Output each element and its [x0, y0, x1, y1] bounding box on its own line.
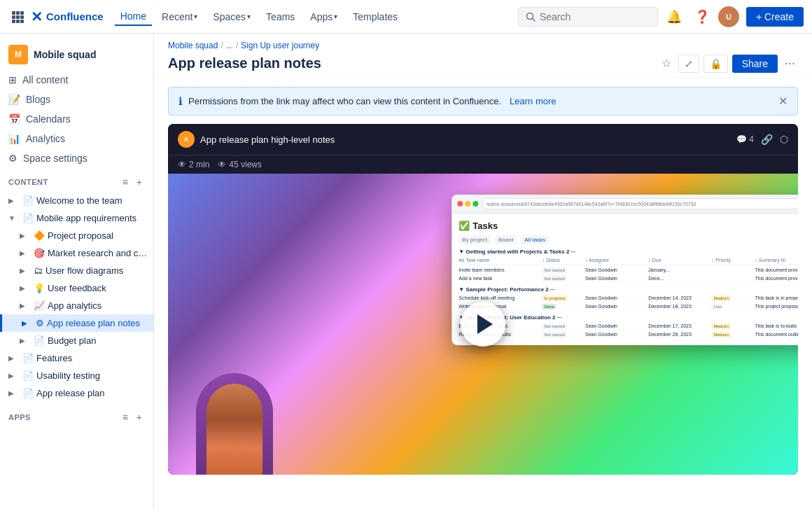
- tree-item-user-flow[interactable]: ▶ 🗂 User flow diagrams: [0, 262, 153, 279]
- user-flow-icon: 🗂: [34, 265, 43, 276]
- more-options-button[interactable]: ···: [782, 53, 798, 74]
- tree-item-project-proposal[interactable]: ▶ 🔶 Project proposal: [0, 227, 153, 244]
- eye-icon: 👁: [178, 160, 186, 169]
- sidebar-space-header[interactable]: M Mobile squad: [0, 39, 153, 70]
- tree-item-welcome[interactable]: ▶ 📄 Welcome to the team: [0, 192, 153, 209]
- analytics-icon: 📊: [8, 133, 20, 144]
- content-section-title: CONTENT: [8, 178, 48, 186]
- apps-filter-button[interactable]: ≡: [120, 410, 131, 424]
- tree-item-mobile-app-req[interactable]: ▼ 📄 Mobile app requirements: [0, 209, 153, 227]
- share-button[interactable]: Share: [732, 55, 778, 73]
- tree-expand-icon: ▶: [8, 372, 20, 379]
- tree-expand-icon: ▶: [8, 197, 20, 204]
- tree-expand-icon: ▶: [20, 249, 31, 257]
- all-content-icon: ⊞: [8, 74, 17, 85]
- video-link-button[interactable]: 🔗: [761, 134, 773, 145]
- app-release-notes-icon: ⚙: [36, 318, 44, 328]
- video-card: A App release plan high-level notes 💬 4 …: [168, 124, 798, 475]
- tree-item-app-release-notes[interactable]: ▶ ⚙ App release plan notes: [0, 314, 153, 332]
- video-duration: 👁 2 min: [178, 160, 209, 169]
- welcome-page-icon: 📄: [22, 195, 34, 206]
- nav-recent[interactable]: Recent▾: [156, 8, 203, 25]
- search-bar[interactable]: [518, 7, 658, 27]
- video-external-button[interactable]: ⬡: [780, 134, 788, 145]
- app-release-plan-icon: 📄: [22, 388, 34, 398]
- svg-line-10: [532, 18, 535, 21]
- tree-item-budget-plan[interactable]: ▶ 📄 Budget plan: [0, 332, 153, 349]
- video-views: 👁 45 views: [218, 160, 262, 169]
- breadcrumb-sep1: /: [220, 41, 223, 50]
- expand-button[interactable]: ⤢: [678, 55, 699, 73]
- space-settings-icon: ⚙: [8, 153, 18, 164]
- app-analytics-icon: 📈: [34, 300, 45, 311]
- page-title: App release plan notes: [168, 55, 321, 71]
- svg-rect-7: [16, 20, 20, 23]
- content-area: Mobile squad / ... / Sign Up user journe…: [154, 34, 812, 509]
- sidebar-nav-calendars[interactable]: 📅 Calendars: [0, 109, 153, 129]
- views-eye-icon: 👁: [218, 160, 226, 169]
- breadcrumb-ellipsis[interactable]: ...: [226, 41, 233, 50]
- svg-rect-4: [16, 15, 20, 19]
- market-research-icon: 🎯: [34, 248, 45, 258]
- content-filter-button[interactable]: ≡: [120, 175, 131, 189]
- play-button[interactable]: [461, 302, 505, 347]
- tree-expand-icon: ▶: [22, 319, 33, 327]
- logo-icon: ✕: [31, 8, 43, 25]
- tree-expand-icon: ▼: [8, 214, 20, 222]
- breadcrumb: Mobile squad / ... / Sign Up user journe…: [168, 41, 798, 50]
- star-button[interactable]: ☆: [659, 54, 674, 73]
- nav-apps[interactable]: Apps▾: [304, 8, 343, 25]
- project-proposal-icon: 🔶: [34, 230, 45, 241]
- apps-add-button[interactable]: +: [134, 410, 145, 424]
- sidebar-nav-all-content[interactable]: ⊞ All content: [0, 70, 153, 90]
- svg-rect-8: [20, 20, 24, 23]
- grid-menu-button[interactable]: [8, 8, 27, 26]
- notifications-button[interactable]: 🔔: [662, 6, 686, 27]
- content-add-button[interactable]: +: [134, 175, 145, 189]
- sidebar-nav-analytics[interactable]: 📊 Analytics: [0, 129, 153, 148]
- video-avatar: A: [178, 131, 195, 148]
- video-comment-button[interactable]: 💬 4: [736, 134, 754, 144]
- info-link[interactable]: Learn more: [510, 96, 556, 106]
- lock-button[interactable]: 🔒: [704, 55, 728, 73]
- help-button[interactable]: ❓: [690, 6, 714, 27]
- tree-expand-icon: ▶: [20, 337, 31, 344]
- content-section-header: CONTENT ≡ +: [0, 168, 153, 192]
- mobile-req-icon: 📄: [22, 213, 34, 223]
- tree-item-user-feedback[interactable]: ▶ 💡 User feedback: [0, 279, 153, 297]
- info-banner-close[interactable]: ✕: [778, 95, 788, 108]
- create-button[interactable]: + Create: [746, 7, 804, 27]
- sidebar-nav-space-settings[interactable]: ⚙ Space settings: [0, 148, 153, 168]
- video-thumbnail[interactable]: notion.so/someid/6742dbcdb9e4302a587d014…: [168, 174, 798, 475]
- breadcrumb-sign-up[interactable]: Sign Up user journey: [241, 41, 319, 50]
- svg-rect-1: [16, 11, 20, 15]
- breadcrumb-sep2: /: [236, 41, 238, 50]
- tree-expand-icon: ▶: [8, 389, 20, 397]
- video-meta: 👁 2 min 👁 45 views: [168, 155, 798, 174]
- tree-item-usability-testing[interactable]: ▶ 📄 Usability testing: [0, 367, 153, 384]
- search-icon: [526, 12, 536, 22]
- logo[interactable]: ✕ Confluence: [31, 8, 104, 25]
- info-icon: ℹ: [178, 95, 183, 108]
- space-icon: M: [8, 45, 28, 64]
- breadcrumb-mobile-squad[interactable]: Mobile squad: [168, 41, 218, 50]
- nav-teams[interactable]: Teams: [260, 8, 300, 25]
- sidebar-nav-blogs[interactable]: 📝 Blogs: [0, 90, 153, 109]
- budget-plan-icon: 📄: [34, 335, 45, 346]
- tree-item-app-analytics[interactable]: ▶ 📈 App analytics: [0, 297, 153, 314]
- nav-home[interactable]: Home: [115, 8, 152, 26]
- avatar[interactable]: U: [718, 6, 739, 27]
- search-input[interactable]: [540, 11, 638, 22]
- nav-templates[interactable]: Templates: [347, 8, 403, 25]
- info-text: Permissions from the link may affect who…: [188, 96, 501, 106]
- video-header: A App release plan high-level notes 💬 4 …: [168, 124, 798, 155]
- user-feedback-icon: 💡: [34, 283, 45, 293]
- tree-expand-icon: ▶: [8, 354, 20, 362]
- tree-expand-icon: ▶: [20, 284, 31, 292]
- tree-item-market-research[interactable]: ▶ 🎯 Market research and co...: [0, 244, 153, 262]
- features-icon: 📄: [22, 353, 34, 363]
- video-title: App release plan high-level notes: [200, 134, 335, 145]
- nav-spaces[interactable]: Spaces▾: [207, 8, 256, 25]
- tree-item-app-release-plan[interactable]: ▶ 📄 App release plan: [0, 384, 153, 402]
- tree-item-features[interactable]: ▶ 📄 Features: [0, 349, 153, 367]
